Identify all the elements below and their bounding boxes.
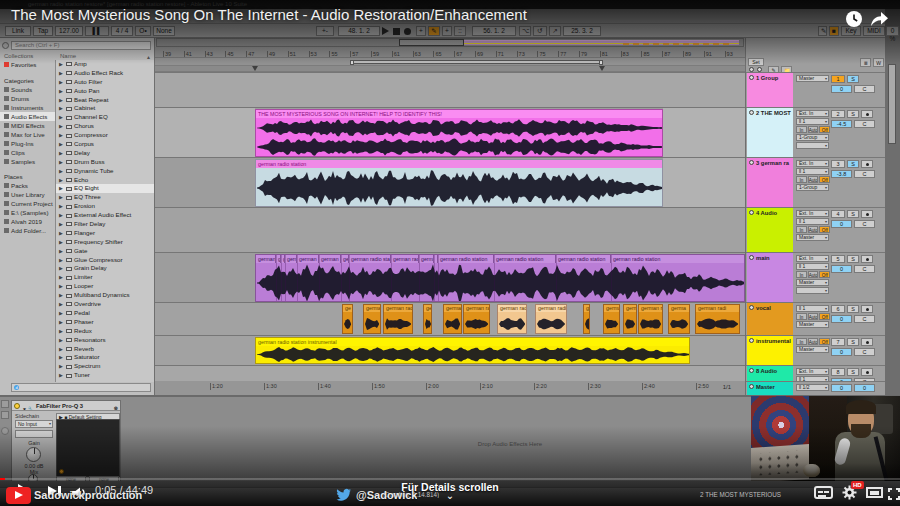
browser-item-auto-filter[interactable]: ▶Auto Filter bbox=[56, 78, 154, 87]
track-name[interactable]: vocal bbox=[747, 303, 793, 335]
search-input[interactable]: Search (Ctrl + F) bbox=[11, 41, 151, 50]
browser-item-corpus[interactable]: ▶Corpus bbox=[56, 140, 154, 149]
disclosure-triangle-icon[interactable]: ▶ bbox=[59, 193, 64, 202]
disclosure-triangle-icon[interactable]: ▶ bbox=[59, 336, 64, 345]
punch-in-button[interactable]: ⌥ bbox=[519, 26, 531, 36]
session-record-button[interactable]: :: bbox=[454, 26, 466, 36]
clip-segment[interactable]: germ bbox=[341, 255, 349, 263]
automation-arm-button[interactable]: ✎ bbox=[428, 26, 440, 36]
stop-button[interactable] bbox=[393, 28, 400, 35]
disclosure-triangle-icon[interactable]: ▶ bbox=[59, 211, 64, 220]
track-header-2-the-most[interactable]: 2 THE MOSTExt. In▾ll 1▾InAutoOff1-Group▾… bbox=[746, 107, 885, 157]
routing-select[interactable]: Ext. In▾ bbox=[796, 210, 829, 217]
disclosure-triangle-icon[interactable]: ▶ bbox=[59, 264, 64, 273]
arranger-toggle-icon[interactable]: ≣ bbox=[860, 58, 871, 67]
volume-field[interactable]: 0 bbox=[831, 85, 852, 93]
audio-clip-vocal-segment[interactable]: germa bbox=[623, 304, 637, 334]
disclosure-triangle-icon[interactable]: ▶ bbox=[59, 60, 64, 69]
arm-button[interactable] bbox=[861, 210, 873, 218]
arm-button[interactable] bbox=[861, 305, 873, 313]
clip-segment[interactable]: german bbox=[319, 255, 341, 263]
browser-item-tuner[interactable]: ▶Tuner bbox=[56, 371, 154, 380]
audio-clip-vocal-segment[interactable]: german radio bbox=[535, 304, 567, 334]
computer-midi-keyboard-button[interactable]: ■ bbox=[829, 26, 839, 36]
audio-clip-vocal-segment[interactable]: ge bbox=[342, 304, 353, 334]
name-column-header[interactable]: Name bbox=[60, 52, 76, 60]
volume-field[interactable]: -3.8 bbox=[831, 170, 852, 178]
monitor-off-button[interactable]: Off bbox=[819, 176, 830, 183]
disclosure-triangle-icon[interactable]: ▶ bbox=[59, 149, 64, 158]
re-enable-automation-button[interactable]: + bbox=[442, 26, 452, 36]
disclosure-triangle-icon[interactable]: ▶ bbox=[59, 229, 64, 238]
clip-segment[interactable]: germ bbox=[285, 255, 297, 263]
monitor-off-button[interactable]: Off bbox=[819, 271, 830, 278]
solo-button[interactable]: S bbox=[847, 160, 859, 168]
solo-button[interactable]: S bbox=[847, 255, 859, 263]
midi-overdub-button[interactable]: + bbox=[416, 26, 426, 36]
track-header-instrumental[interactable]: instrumentalInAutoOffMaster▾7S0C bbox=[746, 335, 885, 365]
track-header-1-group[interactable]: 1 GroupMaster▾1S0C bbox=[746, 72, 885, 107]
volume-field[interactable]: 0 bbox=[831, 315, 852, 323]
pan-field[interactable]: C bbox=[854, 85, 875, 93]
disclosure-triangle-icon[interactable]: ▶ bbox=[59, 327, 64, 336]
monitor-auto-button[interactable]: Auto bbox=[808, 126, 819, 133]
track-header-3-german-ra[interactable]: 3 german raExt. In▾ll 1▾InAutoOff1-Group… bbox=[746, 157, 885, 207]
record-button[interactable] bbox=[404, 28, 411, 35]
selection-end-marker[interactable] bbox=[599, 66, 605, 71]
fullscreen-icon[interactable] bbox=[888, 486, 900, 498]
arrangement-position-field[interactable]: 48. 1. 2 bbox=[338, 26, 380, 36]
arrangement-overview[interactable] bbox=[156, 38, 744, 47]
track-name[interactable]: 2 THE MOST bbox=[747, 108, 793, 157]
browser-item-cabinet[interactable]: ▶Cabinet bbox=[56, 104, 154, 113]
monitor-off-button[interactable]: Off bbox=[819, 126, 830, 133]
solo-button[interactable]: S bbox=[847, 305, 859, 313]
sidebar-item-drums[interactable]: Drums bbox=[0, 94, 55, 103]
device-fold-icon[interactable]: ▼ bbox=[22, 404, 27, 411]
sidebar-item-alvah-2019[interactable]: Alvah 2019 bbox=[0, 217, 55, 226]
browser-item-redux[interactable]: ▶Redux bbox=[56, 327, 154, 336]
disclosure-triangle-icon[interactable]: ▶ bbox=[59, 371, 64, 380]
loop-end-handle[interactable] bbox=[599, 60, 603, 65]
clip-segment[interactable]: german radio station bbox=[494, 255, 556, 263]
arrangement-lane-2-the-most[interactable]: THE MOST MYSTERIOUS SONG ON INTERNET! HE… bbox=[155, 107, 745, 157]
arrangement-lane-instrumental[interactable]: german radio station instrumental bbox=[155, 335, 745, 365]
routing-select[interactable]: Master▾ bbox=[796, 321, 829, 328]
selection-start-marker[interactable] bbox=[252, 66, 258, 71]
browser-toggle-icon[interactable] bbox=[1, 400, 9, 408]
arm-button[interactable] bbox=[861, 255, 873, 263]
track-number-button[interactable]: 4 bbox=[831, 210, 845, 218]
disclosure-triangle-icon[interactable]: ▶ bbox=[59, 78, 64, 87]
monitor-in-button[interactable]: In bbox=[796, 176, 807, 183]
sidebar-item-e-samples[interactable]: E:\ (Samples) bbox=[0, 208, 55, 217]
monitor-in-button[interactable]: In bbox=[796, 271, 807, 278]
solo-button[interactable]: S bbox=[847, 110, 859, 118]
sidebar-item-samples[interactable]: Samples bbox=[0, 157, 55, 166]
scrub-area[interactable] bbox=[155, 58, 745, 66]
disclosure-triangle-icon[interactable]: ▶ bbox=[59, 300, 64, 309]
track-number-button[interactable]: 1 bbox=[831, 75, 845, 83]
browser-item-chorus[interactable]: ▶Chorus bbox=[56, 122, 154, 131]
audio-clip-german-radio-station[interactable]: germangggermgermangermangermgerman radio… bbox=[255, 254, 745, 302]
track-header-master[interactable]: Masterll 1/2▾00 bbox=[746, 381, 885, 395]
share-icon[interactable] bbox=[869, 10, 889, 28]
pan-field[interactable]: C bbox=[854, 265, 875, 273]
sidebar-item-plug-ins[interactable]: Plug-Ins bbox=[0, 139, 55, 148]
routing-select[interactable]: 1-Group▾ bbox=[796, 134, 829, 141]
track-number-button[interactable]: 6 bbox=[831, 305, 845, 313]
disclosure-triangle-icon[interactable]: ▶ bbox=[59, 87, 64, 96]
disclosure-triangle-icon[interactable]: ▶ bbox=[59, 247, 64, 256]
arrangement-lane-3-german-ra[interactable]: german radio station bbox=[155, 157, 745, 207]
sidebar-item-max-for-live[interactable]: Max for Live bbox=[0, 130, 55, 139]
subtitles-icon[interactable] bbox=[814, 486, 833, 499]
routing-select[interactable]: ll 1▾ bbox=[796, 168, 829, 175]
audio-clip-vocal-segment[interactable]: german radio bbox=[497, 304, 527, 334]
routing-select[interactable]: ll 1/2▾ bbox=[796, 384, 829, 391]
audio-clip-vocal-segment[interactable]: german bbox=[443, 304, 462, 334]
follow-button[interactable]: +- bbox=[316, 26, 334, 36]
nudge-buttons[interactable]: ▌▌ bbox=[85, 26, 109, 36]
tap-tempo-button[interactable]: Tap bbox=[33, 26, 53, 36]
routing-select[interactable]: ll 1▾ bbox=[796, 218, 829, 225]
audio-clip-vocal-segment[interactable]: german ra bbox=[638, 304, 663, 334]
routing-select[interactable]: ll 1▾ bbox=[796, 118, 829, 125]
browser-item-drum-buss[interactable]: ▶Drum Buss bbox=[56, 158, 154, 167]
